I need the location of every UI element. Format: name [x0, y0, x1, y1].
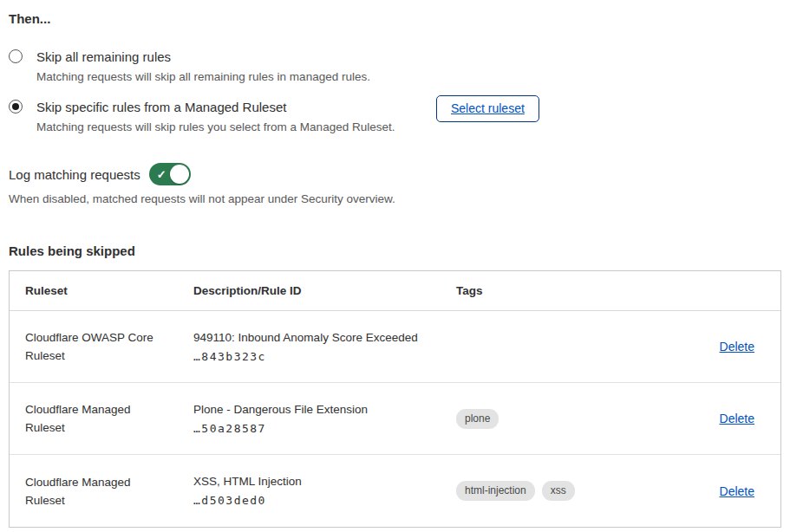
- skipped-rules-table: Ruleset Description/Rule ID Tags Cloudfl…: [9, 270, 781, 528]
- ruleset-name: Cloudflare Managed Ruleset: [25, 400, 173, 437]
- rule-description: 949110: Inbound Anomaly Score Exceeded: [193, 331, 456, 344]
- tag-badge: html-injection: [456, 481, 535, 501]
- rule-id: …50a28587: [193, 422, 456, 435]
- option-skip-specific-rules-label[interactable]: Skip specific rules from a Managed Rules…: [36, 98, 436, 116]
- table-header-row: Ruleset Description/Rule ID Tags: [10, 271, 780, 311]
- ruleset-name: Cloudflare OWASP Core Ruleset: [25, 328, 173, 365]
- column-header-tags: Tags: [456, 284, 695, 297]
- select-ruleset-button[interactable]: Select ruleset: [436, 95, 539, 122]
- option-skip-specific-rules: Skip specific rules from a Managed Rules…: [9, 98, 781, 135]
- log-matching-requests-label: Log matching requests: [9, 165, 140, 184]
- rules-being-skipped-section: Rules being skipped Ruleset Description/…: [9, 243, 781, 528]
- radio-skip-all-rules[interactable]: [9, 49, 23, 63]
- delete-link[interactable]: Delete: [720, 412, 754, 425]
- waf-skip-rule-panel: Then... Skip all remaining rules Matchin…: [0, 0, 790, 532]
- option-skip-all-rules-description: Matching requests will skip all remainin…: [36, 69, 370, 85]
- then-heading: Then...: [9, 10, 781, 28]
- table-row: Cloudflare Managed Ruleset XSS, HTML Inj…: [10, 455, 780, 527]
- tag-badge: plone: [456, 409, 499, 429]
- log-matching-requests-description: When disabled, matched requests will not…: [9, 191, 781, 207]
- option-skip-specific-rules-description: Matching requests will skip rules you se…: [36, 120, 436, 135]
- delete-link[interactable]: Delete: [720, 340, 754, 354]
- option-skip-all-rules-label[interactable]: Skip all remaining rules: [36, 48, 370, 66]
- table-row: Cloudflare Managed Ruleset Plone - Dange…: [10, 383, 780, 455]
- column-header-ruleset: Ruleset: [25, 284, 193, 297]
- column-header-description: Description/Rule ID: [193, 284, 456, 297]
- log-matching-requests-toggle[interactable]: ✓: [149, 163, 191, 185]
- rule-tags: html-injection xss: [456, 481, 695, 501]
- rule-description: Plone - Dangerous File Extension: [193, 403, 456, 416]
- rule-description: XSS, HTML Injection: [193, 475, 456, 488]
- rule-id: …d503ded0: [193, 494, 456, 507]
- delete-link[interactable]: Delete: [720, 484, 754, 498]
- log-matching-requests-section: Log matching requests ✓ When disabled, m…: [9, 163, 781, 207]
- tag-badge: xss: [542, 481, 575, 501]
- table-row: Cloudflare OWASP Core Ruleset 949110: In…: [10, 311, 780, 383]
- rules-being-skipped-heading: Rules being skipped: [9, 243, 781, 260]
- radio-skip-specific-rules[interactable]: [9, 100, 23, 114]
- option-skip-all-rules: Skip all remaining rules Matching reques…: [9, 48, 781, 85]
- rule-tags: plone: [456, 409, 695, 429]
- toggle-knob: [170, 165, 189, 184]
- rule-id: …843b323c: [193, 350, 456, 363]
- then-section: Then... Skip all remaining rules Matchin…: [9, 10, 781, 135]
- ruleset-name: Cloudflare Managed Ruleset: [25, 473, 173, 509]
- check-icon: ✓: [157, 169, 166, 180]
